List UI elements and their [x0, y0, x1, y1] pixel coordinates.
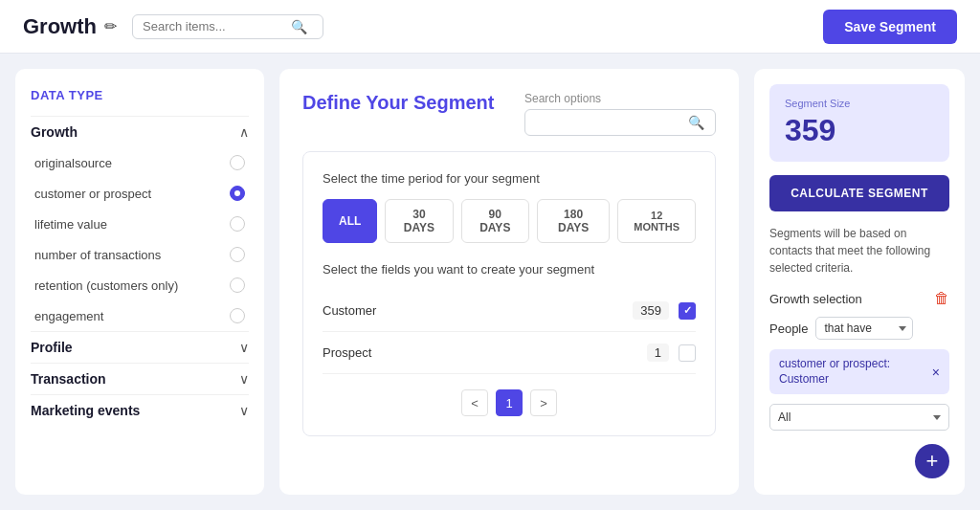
field-row-right-prospect: 1: [647, 344, 696, 362]
radio-customer-or-prospect[interactable]: [230, 186, 245, 201]
field-label-customer: Customer: [323, 303, 376, 318]
header: Growth ✏ 🔍 Save Segment: [0, 0, 980, 54]
time-btn-12months[interactable]: 12MONTHS: [617, 199, 696, 243]
radio-engagement[interactable]: [230, 308, 245, 323]
time-btn-180[interactable]: 180 DAYS: [537, 199, 610, 243]
growth-selection-label: Growth selection: [769, 292, 862, 306]
all-select[interactable]: All Any: [769, 404, 949, 431]
fields-title: Select the fields you want to create you…: [323, 262, 696, 277]
search-input[interactable]: [143, 19, 291, 33]
field-row-right-customer: 359: [633, 301, 696, 320]
growth-selection-row: Growth selection 🗑: [769, 290, 949, 307]
chevron-down-icon-marketing: ∨: [239, 403, 249, 418]
data-item-customer-or-prospect[interactable]: customer or prospect: [31, 178, 249, 209]
data-item-retention[interactable]: retention (customers only): [31, 270, 249, 300]
prev-page-button[interactable]: <: [461, 389, 488, 416]
section-profile-label: Profile: [31, 340, 73, 355]
header-search-box[interactable]: 🔍: [132, 14, 323, 39]
chevron-down-icon-transaction: ∨: [239, 371, 249, 387]
section-growth[interactable]: Growth ∧: [31, 116, 249, 147]
segment-size-number: 359: [785, 113, 934, 148]
table-row-prospect: Prospect 1: [323, 332, 696, 374]
time-btn-90[interactable]: 90 DAYS: [461, 199, 529, 243]
criteria-text: Segments will be based on contacts that …: [769, 225, 949, 277]
add-button[interactable]: +: [915, 444, 949, 478]
growth-items: originalsource customer or prospect life…: [31, 147, 249, 331]
chevron-up-icon: ∧: [239, 124, 249, 140]
people-row: People that have that have not: [769, 317, 949, 340]
radio-originalsource[interactable]: [230, 155, 245, 170]
radio-lifetime-value[interactable]: [230, 216, 245, 232]
segment-size-box: Segment Size 359: [769, 84, 949, 162]
data-item-engagement[interactable]: engagement: [31, 300, 249, 331]
time-btn-all[interactable]: ALL: [323, 199, 377, 243]
next-page-button[interactable]: >: [530, 389, 557, 416]
section-profile[interactable]: Profile ∨: [31, 331, 249, 363]
data-item-number-of-transactions[interactable]: number of transactions: [31, 239, 249, 270]
that-have-select[interactable]: that have that have not: [815, 317, 913, 340]
search-options-input[interactable]: [535, 116, 688, 130]
delete-icon[interactable]: 🗑: [934, 290, 949, 307]
checkbox-prospect[interactable]: [679, 344, 696, 362]
edit-icon[interactable]: ✏: [104, 17, 117, 35]
section-transaction[interactable]: Transaction ∨: [31, 363, 249, 394]
time-period-label: Select the time period for your segment: [323, 171, 696, 186]
save-segment-button[interactable]: Save Segment: [823, 10, 957, 44]
main-layout: Data Type Growth ∧ originalsource custom…: [0, 54, 980, 510]
search-options-label: Search options: [524, 92, 716, 105]
section-transaction-label: Transaction: [31, 371, 106, 387]
search-options-row: Define Your Segment Search options 🔍: [302, 92, 716, 136]
field-label-prospect: Prospect: [323, 345, 371, 360]
tag-chip-close-icon[interactable]: ×: [932, 365, 940, 380]
segment-size-label: Segment Size: [785, 98, 934, 109]
table-row-customer: Customer 359: [323, 290, 696, 332]
radio-retention[interactable]: [230, 277, 245, 293]
search-options-icon: 🔍: [688, 115, 704, 130]
current-page[interactable]: 1: [496, 389, 523, 416]
data-item-originalsource[interactable]: originalsource: [31, 147, 249, 178]
time-buttons: ALL 30 DAYS 90 DAYS 180 DAYS 12MONTHS: [323, 199, 696, 243]
section-marketing-events[interactable]: Marketing events ∨: [31, 394, 249, 426]
search-icon: 🔍: [291, 19, 307, 34]
data-item-lifetime-value[interactable]: lifetime value: [31, 209, 249, 239]
data-type-label: Data Type: [31, 88, 249, 102]
right-panel: Segment Size 359 CALCULATE SEGMENT Segme…: [754, 69, 965, 495]
segment-box: Select the time period for your segment …: [302, 151, 716, 436]
pagination: < 1 >: [323, 389, 696, 416]
field-count-prospect: 1: [647, 344, 669, 362]
search-options-input-wrap[interactable]: 🔍: [524, 109, 716, 136]
section-growth-label: Growth: [31, 124, 78, 140]
radio-number-of-transactions[interactable]: [230, 247, 245, 262]
search-options-wrap: Search options 🔍: [524, 92, 716, 136]
chevron-down-icon-profile: ∨: [239, 340, 249, 355]
section-marketing-events-label: Marketing events: [31, 403, 140, 418]
tag-chip: customer or prospect: Customer ×: [769, 349, 949, 394]
left-panel: Data Type Growth ∧ originalsource custom…: [15, 69, 264, 495]
checkbox-customer[interactable]: [679, 302, 696, 320]
define-title: Define Your Segment: [302, 92, 494, 114]
people-label: People: [769, 322, 808, 336]
field-count-customer: 359: [633, 301, 669, 320]
calculate-segment-button[interactable]: CALCULATE SEGMENT: [769, 175, 949, 211]
tag-chip-text: customer or prospect: Customer: [779, 357, 924, 387]
app-title: Growth: [23, 14, 97, 39]
middle-panel: Define Your Segment Search options 🔍 Sel…: [279, 69, 739, 495]
time-btn-30[interactable]: 30 DAYS: [385, 199, 453, 243]
